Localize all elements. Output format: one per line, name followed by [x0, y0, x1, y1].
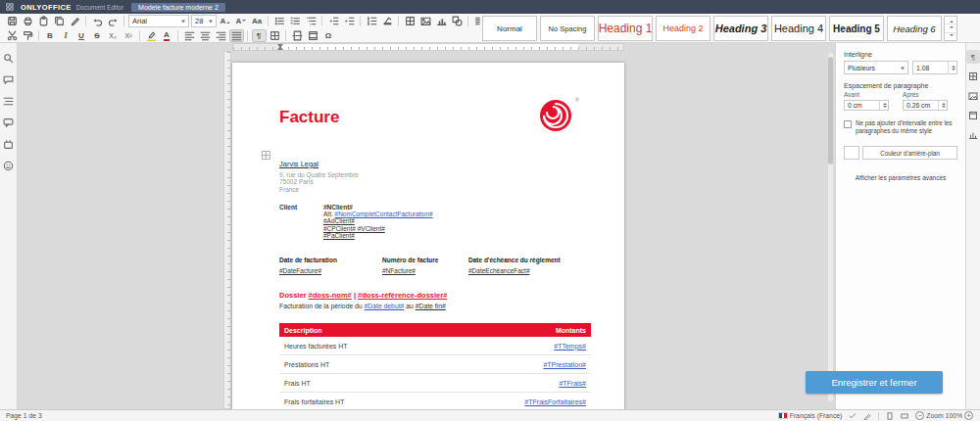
- insert-shape-icon[interactable]: [450, 15, 465, 27]
- editor-canvas[interactable]: Facture ® Jarvis Legal 9, rue du Quatre …: [18, 43, 835, 409]
- same-style-spacing-checkbox[interactable]: Ne pas ajouter d'intervalle entre les pa…: [844, 119, 957, 135]
- chart-settings-icon[interactable]: [966, 128, 980, 142]
- line-spacing-stepper[interactable]: 1.08: [912, 61, 957, 74]
- borders-icon[interactable]: [268, 29, 282, 42]
- fit-page-icon[interactable]: [886, 412, 894, 420]
- gallery-scroll-up-icon[interactable]: [945, 17, 956, 24]
- bold-button[interactable]: B: [43, 29, 58, 42]
- strikethrough-button[interactable]: S: [90, 29, 105, 42]
- style-no-spacing[interactable]: No Spacing: [540, 16, 595, 41]
- decrease-indent-icon[interactable]: [326, 15, 341, 27]
- fit-width-icon[interactable]: [901, 412, 908, 420]
- feedback-icon[interactable]: [1, 158, 17, 173]
- subscript-button[interactable]: X₂: [106, 29, 121, 42]
- paste-icon[interactable]: [36, 15, 51, 27]
- redo-icon[interactable]: [106, 15, 121, 27]
- cut-icon[interactable]: [5, 29, 20, 42]
- decrement-font-icon[interactable]: A: [234, 15, 249, 27]
- document-page[interactable]: Facture ® Jarvis Legal 9, rue du Quatre …: [232, 63, 624, 409]
- navigation-icon[interactable]: [1, 93, 17, 109]
- table-settings-icon[interactable]: [966, 70, 980, 83]
- style-heading-2[interactable]: Heading 2: [656, 16, 710, 41]
- spacing-after-stepper[interactable]: 0.26 cm: [903, 100, 948, 111]
- style-heading-6[interactable]: Heading 6: [887, 16, 942, 41]
- columns-icon[interactable]: [472, 15, 481, 27]
- nonprinting-characters-icon[interactable]: ¶: [252, 29, 267, 42]
- vertical-scrollbar[interactable]: [828, 53, 833, 401]
- gallery-expand-icon[interactable]: [945, 33, 956, 40]
- checkbox-icon[interactable]: [844, 120, 852, 128]
- spacing-before-stepper[interactable]: 0 cm: [844, 100, 889, 111]
- spellcheck-icon[interactable]: [849, 412, 857, 420]
- zoom-in-icon[interactable]: +: [964, 411, 973, 420]
- superscript-button[interactable]: X²: [122, 29, 136, 42]
- chevron-down-icon: [181, 21, 185, 25]
- insert-image-icon[interactable]: [418, 15, 433, 27]
- bullets-icon[interactable]: [272, 15, 287, 27]
- style-heading-4[interactable]: Heading 4: [771, 16, 826, 41]
- numbering-icon[interactable]: [288, 15, 303, 27]
- dossier-label: Dossier: [279, 291, 309, 300]
- page-indicator[interactable]: Page 1 de 3: [6, 412, 42, 419]
- app-grid-icon[interactable]: [3, 1, 17, 13]
- font-color-icon[interactable]: A: [160, 29, 174, 42]
- align-justify-icon[interactable]: [229, 29, 244, 42]
- line-spacing-icon[interactable]: [365, 15, 379, 27]
- document-title[interactable]: Modele facture moderne 2: [131, 3, 225, 12]
- header-footer-icon[interactable]: [306, 29, 320, 42]
- chat-icon[interactable]: [1, 115, 17, 130]
- save-icon[interactable]: [5, 15, 20, 27]
- style-heading-3[interactable]: Heading 3: [713, 16, 768, 41]
- align-right-icon[interactable]: [214, 29, 228, 42]
- horizontal-ruler[interactable]: [232, 43, 624, 51]
- insert-chart-icon[interactable]: [434, 15, 449, 27]
- style-normal[interactable]: Normal: [482, 16, 537, 41]
- image-settings-icon[interactable]: [966, 89, 980, 103]
- change-case-icon[interactable]: Aa: [250, 15, 265, 27]
- print-icon[interactable]: [21, 15, 35, 27]
- left-indent-marker[interactable]: [277, 43, 283, 50]
- align-left-icon[interactable]: [182, 29, 197, 42]
- style-heading-5[interactable]: Heading 5: [829, 16, 884, 41]
- align-center-icon[interactable]: [198, 29, 213, 42]
- search-icon[interactable]: [1, 50, 17, 66]
- highlight-color-icon[interactable]: [144, 29, 159, 42]
- gallery-scroll-down-icon[interactable]: [945, 24, 956, 32]
- caret-down-icon: [883, 106, 887, 110]
- paragraph-shading-icon[interactable]: [380, 15, 395, 27]
- plugins-icon[interactable]: [1, 136, 17, 152]
- underline-button[interactable]: U: [74, 29, 89, 42]
- header-footer-settings-icon[interactable]: [966, 109, 980, 122]
- line-spacing-select[interactable]: Plusieurs: [844, 61, 908, 74]
- undo-icon[interactable]: [90, 15, 105, 27]
- stepper-buttons[interactable]: [948, 62, 956, 73]
- billing-date-header: Date de facturation: [279, 257, 382, 263]
- style-heading-1[interactable]: Heading 1: [598, 16, 653, 41]
- save-and-close-button[interactable]: Enregistrer et fermer: [806, 371, 943, 394]
- background-color-swatch[interactable]: [844, 146, 859, 160]
- font-name-select[interactable]: Arial: [128, 15, 189, 27]
- stepper-buttons[interactable]: [938, 101, 947, 110]
- vertical-ruler[interactable]: [223, 51, 231, 409]
- track-changes-icon[interactable]: [863, 412, 871, 420]
- paragraph-settings-icon[interactable]: ¶: [966, 50, 980, 64]
- page-break-icon[interactable]: [290, 29, 305, 42]
- format-painter-icon[interactable]: [21, 29, 35, 42]
- increase-indent-icon[interactable]: [342, 15, 357, 27]
- comments-icon[interactable]: [1, 71, 17, 87]
- move-anchor-icon[interactable]: [262, 151, 270, 160]
- multilevel-list-icon[interactable]: [304, 15, 318, 27]
- scrollbar-thumb[interactable]: [828, 57, 833, 164]
- insert-symbol-icon[interactable]: Ω: [321, 29, 336, 42]
- language-selector[interactable]: Français (France): [778, 412, 843, 419]
- background-color-button[interactable]: Couleur d'arrière-plan: [862, 146, 957, 160]
- font-size-select[interactable]: 28: [191, 15, 217, 27]
- copy-style-icon[interactable]: [68, 15, 82, 27]
- insert-table-icon[interactable]: [403, 15, 417, 27]
- advanced-settings-link[interactable]: Afficher les paramètres avancés: [844, 174, 957, 181]
- increment-font-icon[interactable]: A: [219, 15, 233, 27]
- italic-button[interactable]: I: [59, 29, 74, 42]
- stepper-buttons[interactable]: [879, 101, 888, 110]
- zoom-out-icon[interactable]: −: [915, 411, 924, 420]
- copy-icon[interactable]: [52, 15, 67, 27]
